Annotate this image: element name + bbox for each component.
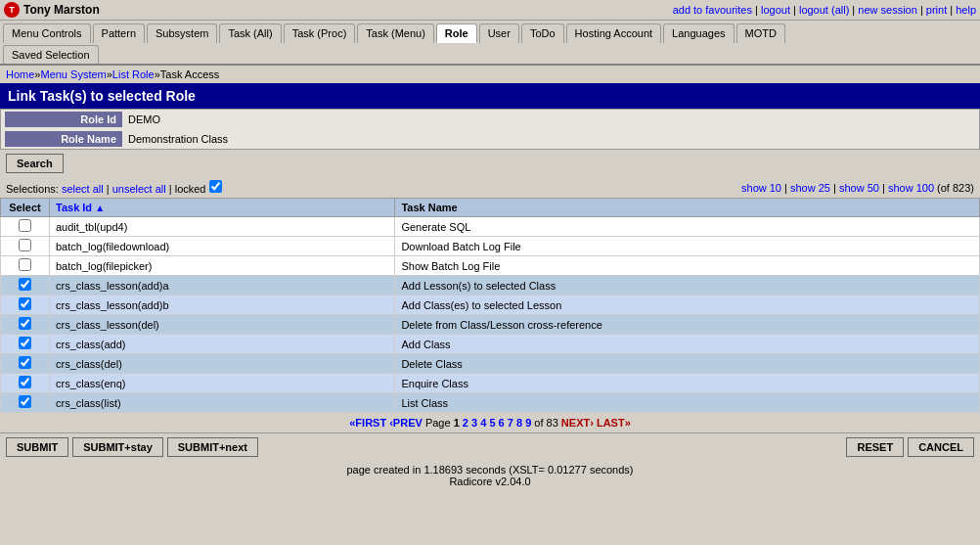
new-session-link[interactable]: new session <box>858 4 917 16</box>
task-id-cell: batch_log(filepicker) <box>50 256 395 276</box>
row-checkbox-cell <box>1 374 50 393</box>
row-checkbox-cell <box>1 393 50 413</box>
task-id-cell: batch_log(filedownload) <box>50 237 395 256</box>
breadcrumb-current: Task Access <box>160 68 220 80</box>
search-button[interactable]: Search <box>6 154 64 173</box>
nav-tab-task--all-[interactable]: Task (All) <box>219 23 281 43</box>
bottom-buttons-right: RESET CANCEL <box>846 437 974 457</box>
task-name-cell: Add Class(es) to selected Lesson <box>395 295 980 315</box>
nav-tab-task--proc-[interactable]: Task (Proc) <box>284 23 356 43</box>
page-link-8[interactable]: 8 <box>516 417 522 429</box>
nav-tab-role[interactable]: Role <box>436 23 477 43</box>
row-checkbox-cell <box>1 276 50 295</box>
submit-button[interactable]: SUBMIT <box>6 437 68 457</box>
task-name-cell: Generate SQL <box>395 217 980 237</box>
pagination: «FIRST ‹PREV Page 1 2 3 4 5 6 7 8 9 of 8… <box>0 413 980 432</box>
row-checkbox[interactable] <box>19 258 31 271</box>
row-checkbox[interactable] <box>19 317 31 330</box>
row-checkbox-cell <box>1 256 50 276</box>
nav-tab-todo[interactable]: ToDo <box>521 23 564 43</box>
role-id-value: DEMO <box>122 112 166 127</box>
row-checkbox[interactable] <box>19 239 31 251</box>
col-header-select: Select <box>1 199 50 217</box>
print-link[interactable]: print <box>926 4 947 16</box>
nav-tab-hosting-account[interactable]: Hosting Account <box>566 23 662 43</box>
row-checkbox[interactable] <box>19 337 31 349</box>
page-link-5[interactable]: 5 <box>489 417 495 429</box>
row-checkbox[interactable] <box>19 376 31 388</box>
page-link-7[interactable]: 7 <box>508 417 513 429</box>
task-id-cell: crs_class(list) <box>50 393 395 413</box>
col-header-task-id[interactable]: Task Id ▲ <box>50 199 395 217</box>
current-page: 1 <box>454 417 460 429</box>
row-checkbox-cell <box>1 335 50 354</box>
task-id-cell: crs_class_lesson(add)b <box>50 295 395 315</box>
submit-next-button[interactable]: SUBMIT+next <box>167 437 258 457</box>
top-links: add to favourites | logout | logout (all… <box>673 4 976 16</box>
task-name-cell: Add Class <box>395 335 980 354</box>
row-checkbox[interactable] <box>19 278 31 291</box>
page-link-2[interactable]: 2 <box>463 417 468 429</box>
page-link-4[interactable]: 4 <box>480 417 486 429</box>
breadcrumb-link-2[interactable]: List Role <box>112 68 155 80</box>
user-info: T Tony Marston <box>4 2 100 18</box>
task-name-cell: Add Lesson(s) to selected Class <box>395 276 980 295</box>
nav-tabs: Menu ControlsPatternSubsystemTask (All)T… <box>0 21 980 43</box>
page-link-3[interactable]: 3 <box>471 417 477 429</box>
first-link[interactable]: «FIRST <box>349 417 386 429</box>
table-row: crs_class(del)Delete Class <box>1 354 980 374</box>
row-checkbox-cell <box>1 237 50 256</box>
table-header-row: Select Task Id ▲ Task Name <box>1 199 980 217</box>
row-checkbox[interactable] <box>19 356 31 369</box>
row-checkbox[interactable] <box>19 219 31 232</box>
footer-version: Radicore v2.04.0 <box>3 476 977 487</box>
show-25-link[interactable]: show 25 <box>790 182 830 194</box>
total-count: (of 823) <box>937 182 974 194</box>
selections-label: Selections: <box>6 183 59 195</box>
task-name-cell: Delete Class <box>395 354 980 374</box>
task-id-cell: crs_class(add) <box>50 335 395 354</box>
nav-tab-menu-controls[interactable]: Menu Controls <box>3 23 91 43</box>
show-50-link[interactable]: show 50 <box>839 182 879 194</box>
page-link-9[interactable]: 9 <box>525 417 531 429</box>
nav-tab-pattern[interactable]: Pattern <box>93 23 145 43</box>
col-header-task-name: Task Name <box>395 199 980 217</box>
table-row: crs_class_lesson(add)aAdd Lesson(s) to s… <box>1 276 980 295</box>
task-id-sort-link[interactable]: Task Id ▲ <box>56 202 105 213</box>
show-10-link[interactable]: show 10 <box>741 182 781 194</box>
reset-button[interactable]: RESET <box>846 437 904 457</box>
table-row: batch_log(filepicker)Show Batch Log File <box>1 256 980 276</box>
row-checkbox[interactable] <box>19 297 31 310</box>
add-to-favourites-link[interactable]: add to favourites <box>673 4 752 16</box>
locked-checkbox[interactable] <box>209 180 222 193</box>
top-bar: T Tony Marston add to favourites | logou… <box>0 0 980 21</box>
logout-link[interactable]: logout <box>761 4 790 16</box>
unselect-all-link[interactable]: unselect all <box>112 183 166 195</box>
next-link[interactable]: NEXT› <box>561 417 594 429</box>
show-100-link[interactable]: show 100 <box>888 182 934 194</box>
nav-tab-user[interactable]: User <box>479 23 519 43</box>
select-all-link[interactable]: select all <box>62 183 104 195</box>
nav-tab-motd[interactable]: MOTD <box>736 23 785 43</box>
bottom-buttons-left: SUBMIT SUBMIT+stay SUBMIT+next <box>6 437 258 457</box>
breadcrumb-link-0[interactable]: Home <box>6 68 34 80</box>
nav-tab-subsystem[interactable]: Subsystem <box>147 23 217 43</box>
logout-all-link[interactable]: logout (all) <box>799 4 849 16</box>
nav-tab-languages[interactable]: Languages <box>663 23 734 43</box>
help-link[interactable]: help <box>956 4 976 16</box>
search-bar: Search <box>0 150 980 177</box>
last-link[interactable]: LAST» <box>597 417 631 429</box>
form-fields: Role Id DEMO Role Name Demonstration Cla… <box>0 109 980 150</box>
table-row: crs_class(enq)Enquire Class <box>1 374 980 393</box>
row-checkbox[interactable] <box>19 395 31 408</box>
page-link-6[interactable]: 6 <box>499 417 505 429</box>
row-checkbox-cell <box>1 217 50 237</box>
nav-tab-task--menu-[interactable]: Task (Menu) <box>357 23 434 43</box>
cancel-button[interactable]: CANCEL <box>908 437 974 457</box>
nav-tab2-saved-selection[interactable]: Saved Selection <box>3 45 99 64</box>
breadcrumb-link-1[interactable]: Menu System <box>40 68 106 80</box>
table-row: batch_log(filedownload)Download Batch Lo… <box>1 237 980 256</box>
task-id-cell: crs_class(enq) <box>50 374 395 393</box>
prev-link[interactable]: ‹PREV <box>389 417 423 429</box>
submit-stay-button[interactable]: SUBMIT+stay <box>72 437 163 457</box>
